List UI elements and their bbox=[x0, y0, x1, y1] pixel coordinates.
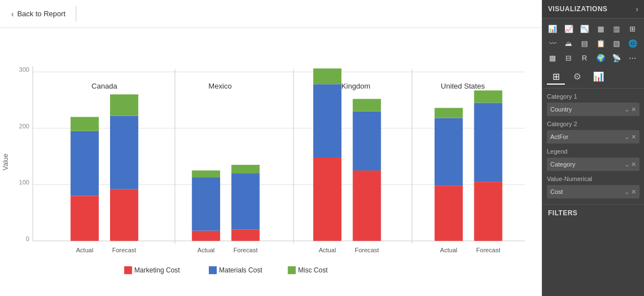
y-axis-label: Value bbox=[2, 154, 10, 170]
field-category1-label: Category 1 bbox=[547, 92, 640, 101]
viz-icon-column[interactable]: 📈 bbox=[562, 22, 576, 35]
us-forecast-misc bbox=[474, 90, 502, 103]
viz-icons-grid: 📊 📈 📉 ▦ ▥ ⊞ 〰 ⛰ ▤ 📋 ▧ 🌐 ▩ ⊟ R 🌍 📡 ⋯ bbox=[542, 18, 644, 66]
canada-forecast-misc bbox=[110, 94, 138, 115]
canada-actual-label: Actual bbox=[76, 247, 93, 253]
field-legend-value: Category bbox=[550, 161, 624, 168]
field-legend-dropdown[interactable]: Category ⌄ ✕ bbox=[547, 158, 640, 171]
mexico-actual-materials bbox=[192, 177, 220, 230]
mexico-actual-label: Actual bbox=[198, 247, 215, 253]
uk-forecast-misc bbox=[353, 99, 381, 111]
field-category2-label: Category 2 bbox=[547, 119, 640, 128]
canada-forecast-materials bbox=[110, 116, 138, 189]
field-value-remove[interactable]: ✕ bbox=[631, 188, 636, 196]
viz-icon-line[interactable]: 📉 bbox=[578, 22, 591, 35]
field-category2-value: ActFor bbox=[550, 133, 624, 140]
chart-wrapper: Value 0 100 200 300 Canada bbox=[0, 28, 542, 296]
panel-tabs: ⊞ ⚙ 📊 bbox=[542, 66, 644, 89]
us-actual-label: Actual bbox=[440, 247, 458, 253]
viz-icon-funnel[interactable]: ▧ bbox=[610, 36, 623, 50]
uk-forecast-marketing bbox=[353, 170, 381, 241]
field-category1-dropdown[interactable]: Country ⌄ ✕ bbox=[547, 103, 640, 116]
top-bar-divider bbox=[76, 6, 76, 22]
canada-forecast-label: Forecast bbox=[112, 247, 136, 253]
field-value-dropdown-arrow[interactable]: ⌄ bbox=[624, 188, 629, 196]
uk-actual-label: Actual bbox=[319, 247, 336, 253]
legend-misc-icon bbox=[288, 266, 296, 274]
stacked-bar-chart: Value 0 100 200 300 Canada bbox=[0, 28, 542, 296]
back-button-label: Back to Report bbox=[17, 10, 66, 18]
viz-icon-table[interactable]: ⊟ bbox=[562, 51, 576, 64]
country-label-canada: Canada bbox=[92, 82, 117, 90]
viz-icon-gauge[interactable]: 🌐 bbox=[626, 36, 640, 50]
us-actual-misc bbox=[435, 108, 463, 118]
viz-icon-waterfall[interactable]: 📋 bbox=[594, 36, 608, 50]
us-actual-marketing bbox=[435, 186, 463, 241]
back-arrow-icon: ‹ bbox=[11, 10, 14, 18]
viz-icon-ribbon[interactable]: ▥ bbox=[610, 22, 623, 35]
field-legend-dropdown-arrow[interactable]: ⌄ bbox=[624, 161, 629, 168]
tab-format[interactable]: ⚙ bbox=[568, 69, 586, 85]
legend-materials-label: Materials Cost bbox=[219, 266, 263, 274]
viz-icon-donut[interactable]: ⛰ bbox=[562, 36, 576, 50]
svg-text:300: 300 bbox=[19, 66, 29, 73]
field-category1-dropdown-arrow[interactable]: ⌄ bbox=[624, 106, 629, 113]
svg-text:100: 100 bbox=[19, 179, 29, 186]
field-category2-dropdown[interactable]: ActFor ⌄ ✕ bbox=[547, 130, 640, 144]
mexico-forecast-marketing bbox=[231, 230, 259, 241]
us-forecast-materials bbox=[474, 103, 502, 182]
field-category1-value: Country bbox=[550, 106, 624, 113]
us-forecast-marketing bbox=[474, 182, 502, 241]
panel-header: VISUALIZATIONS › bbox=[542, 0, 644, 18]
uk-actual-materials bbox=[313, 84, 341, 158]
field-category2-remove[interactable]: ✕ bbox=[631, 133, 636, 141]
field-value-actions: ⌄ ✕ bbox=[624, 188, 636, 196]
viz-icon-map[interactable]: 🌍 bbox=[594, 51, 608, 64]
field-value-label: Value-Numerical bbox=[547, 174, 640, 183]
viz-icon-card[interactable]: ▩ bbox=[546, 51, 559, 64]
field-value-dropdown[interactable]: Cost ⌄ ✕ bbox=[547, 185, 640, 198]
svg-text:0: 0 bbox=[26, 235, 29, 242]
viz-icon-area[interactable]: ▦ bbox=[594, 22, 608, 35]
main-area: ‹ Back to Report Value 0 100 200 300 Can… bbox=[0, 0, 542, 296]
visualizations-panel: VISUALIZATIONS › 📊 📈 📉 ▦ ▥ ⊞ 〰 ⛰ ▤ 📋 ▧ 🌐… bbox=[542, 0, 644, 296]
country-label-mexico: Mexico bbox=[208, 82, 231, 90]
mexico-forecast-label: Forecast bbox=[234, 247, 258, 253]
legend-misc-label: Misc Cost bbox=[298, 266, 328, 274]
viz-icon-pie[interactable]: 〰 bbox=[546, 36, 559, 50]
canada-actual-misc bbox=[71, 117, 99, 131]
canada-forecast-marketing bbox=[110, 189, 138, 240]
field-legend-label: Legend bbox=[547, 147, 640, 156]
mexico-forecast-misc bbox=[231, 165, 259, 173]
uk-actual-marketing bbox=[313, 158, 341, 241]
top-bar: ‹ Back to Report bbox=[0, 0, 542, 28]
field-category1-actions: ⌄ ✕ bbox=[624, 106, 636, 113]
viz-icon-custom[interactable]: 📡 bbox=[610, 51, 623, 64]
viz-icon-treemap[interactable]: ▤ bbox=[578, 36, 591, 50]
uk-forecast-materials bbox=[353, 112, 381, 171]
field-value-value: Cost bbox=[550, 188, 624, 195]
legend-marketing-icon bbox=[124, 266, 132, 274]
mexico-actual-marketing bbox=[192, 231, 220, 241]
panel-title: VISUALIZATIONS bbox=[548, 5, 608, 13]
back-to-report-button[interactable]: ‹ Back to Report bbox=[7, 7, 70, 21]
panel-expand-icon[interactable]: › bbox=[636, 4, 638, 13]
canada-actual-materials bbox=[71, 131, 99, 196]
field-legend-remove[interactable]: ✕ bbox=[631, 161, 636, 168]
tab-fields[interactable]: ⊞ bbox=[547, 69, 565, 85]
field-category2-actions: ⌄ ✕ bbox=[624, 133, 636, 141]
field-category1-remove[interactable]: ✕ bbox=[631, 106, 636, 113]
us-forecast-label: Forecast bbox=[476, 247, 500, 253]
legend-marketing-label: Marketing Cost bbox=[134, 266, 180, 274]
viz-icon-matrix[interactable]: R bbox=[578, 51, 591, 64]
tab-analytics[interactable]: 📊 bbox=[590, 69, 608, 85]
field-category2-dropdown-arrow[interactable]: ⌄ bbox=[624, 133, 629, 141]
filters-header: FILTERS bbox=[542, 204, 644, 220]
field-sections: Category 1 Country ⌄ ✕ Category 2 ActFor… bbox=[542, 89, 644, 204]
viz-icon-bar[interactable]: 📊 bbox=[546, 22, 559, 35]
svg-text:200: 200 bbox=[19, 123, 29, 130]
viz-icon-more[interactable]: ⋯ bbox=[626, 51, 640, 64]
viz-icon-scatter[interactable]: ⊞ bbox=[626, 22, 640, 35]
legend-materials-icon bbox=[209, 266, 217, 274]
canada-actual-marketing bbox=[71, 196, 99, 240]
